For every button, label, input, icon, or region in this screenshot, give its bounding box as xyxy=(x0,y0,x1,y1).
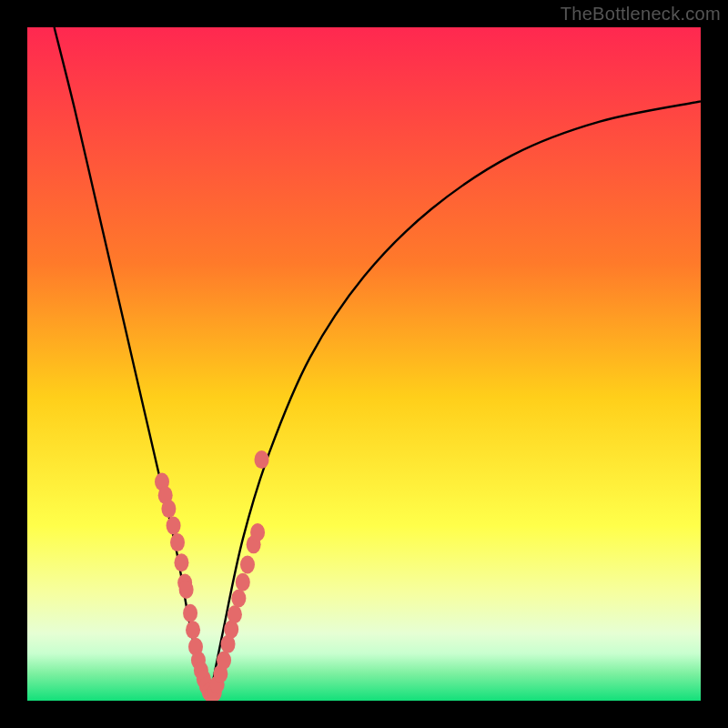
data-marker xyxy=(228,605,242,623)
chart-stage: TheBottleneck.com xyxy=(0,0,728,728)
data-marker xyxy=(217,652,231,670)
bottleneck-chart xyxy=(0,0,728,728)
data-marker xyxy=(174,553,188,571)
data-marker xyxy=(161,500,176,518)
data-marker xyxy=(186,621,200,639)
data-marker xyxy=(167,517,181,535)
data-marker xyxy=(240,556,255,574)
data-marker xyxy=(255,450,269,469)
data-marker xyxy=(236,573,250,592)
gradient-panel xyxy=(27,27,701,701)
data-marker xyxy=(231,590,246,608)
data-marker xyxy=(183,604,197,622)
watermark-text: TheBottleneck.com xyxy=(561,4,721,25)
data-marker xyxy=(179,581,194,599)
data-marker xyxy=(170,533,185,551)
data-marker xyxy=(250,523,265,541)
